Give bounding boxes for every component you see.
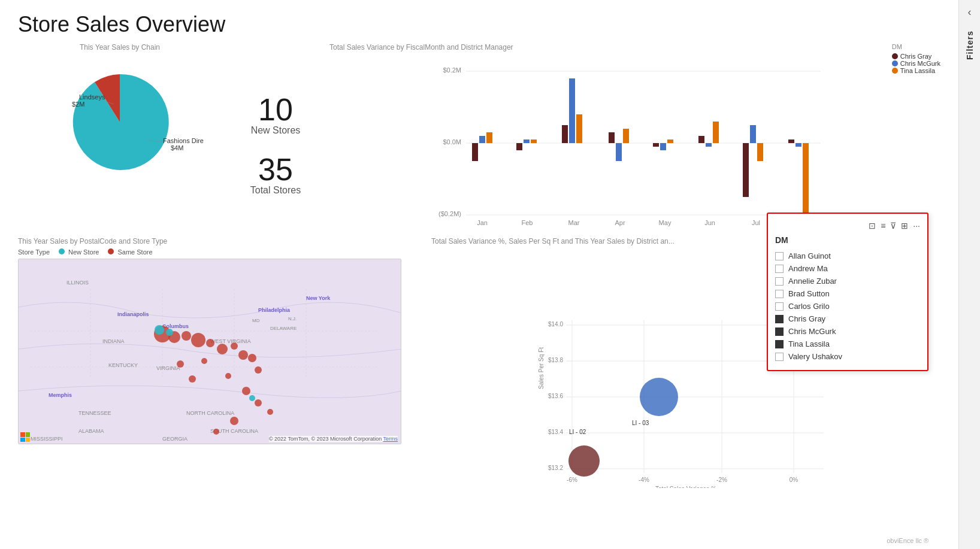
pie-svg: Lindseys $2M Fashions Direct $4M: [36, 56, 204, 176]
bar-aug-gray[interactable]: [788, 139, 794, 143]
label-carlos: Carlos Grilo: [788, 302, 830, 311]
map-dot-new-2[interactable]: [166, 329, 173, 336]
bar-jan-lassila[interactable]: [486, 132, 492, 143]
state-delaware: DELAWARE: [270, 326, 297, 331]
bar-jun-mcgurk[interactable]: [706, 143, 712, 147]
filter-item-carlos: Carlos Grilo: [775, 300, 920, 313]
list-icon[interactable]: ≡: [881, 221, 885, 230]
total-stores-number: 35: [250, 154, 301, 185]
resize-icon[interactable]: ⊡: [869, 221, 876, 230]
same-store-dot: [108, 248, 114, 254]
map-dot-8[interactable]: [238, 350, 248, 360]
map-dot-16[interactable]: [213, 429, 219, 435]
map-dot-3[interactable]: [182, 331, 191, 341]
bar-jun-lassila[interactable]: [713, 122, 719, 143]
bar-aug-lassila[interactable]: [803, 143, 809, 222]
scatter-y-label: Sales Per Sq Ft: [538, 347, 545, 389]
new-stores-number: 10: [251, 94, 301, 125]
pie-fashions-direct[interactable]: [73, 74, 169, 170]
x-tick-0: 0%: [790, 477, 798, 483]
terms-link[interactable]: Terms: [383, 436, 398, 442]
bar-jul-lassila[interactable]: [757, 143, 763, 161]
map-dot-11[interactable]: [225, 373, 231, 379]
bar-feb-lassila[interactable]: [531, 139, 537, 143]
bar-apr-gray[interactable]: [609, 132, 615, 143]
checkbox-annelie[interactable]: [775, 277, 784, 286]
bar-jan-mcgurk[interactable]: [479, 136, 485, 143]
y-tick-134: $13.4: [548, 429, 563, 435]
map-title: This Year Sales by PostalCode and Store …: [18, 237, 419, 245]
bar-chart-section: Total Sales Variance by FiscalMonth and …: [329, 43, 940, 228]
bar-jul-gray[interactable]: [743, 143, 749, 197]
state-kentucky: KENTUCKY: [108, 362, 138, 368]
same-store-legend: Same Store: [108, 248, 152, 256]
bubble-li03[interactable]: [640, 378, 678, 416]
checkbox-brad[interactable]: [775, 290, 784, 298]
bar-mar-lassila[interactable]: [576, 114, 582, 143]
state-virginia: VIRGINIA: [156, 365, 180, 371]
bubble-li03-label: LI - 03: [632, 420, 649, 426]
bar-jan-gray[interactable]: [472, 143, 478, 161]
label-annelie: Annelie Zubar: [788, 277, 837, 286]
bar-jun-gray[interactable]: [698, 136, 704, 143]
map-dot-10[interactable]: [255, 366, 262, 374]
bar-may-gray[interactable]: [653, 143, 659, 147]
map-dot-19[interactable]: [189, 375, 196, 383]
map-dot-15[interactable]: [230, 417, 238, 425]
bar-apr-lassila[interactable]: [623, 129, 629, 143]
map-dot-5[interactable]: [206, 339, 214, 347]
bar-feb-gray[interactable]: [516, 143, 522, 150]
bar-may-lassila[interactable]: [667, 139, 673, 143]
bar-jul-mcgurk[interactable]: [750, 125, 756, 143]
new-store-dot: [59, 248, 65, 254]
state-md: MD: [252, 318, 260, 323]
checkbox-chris-gray[interactable]: [775, 315, 784, 323]
city-memphis: Memphis: [49, 392, 72, 398]
map-dot-new-1[interactable]: [155, 325, 164, 335]
filter-item-brad: Brad Sutton: [775, 287, 920, 300]
map-dot-6[interactable]: [217, 344, 228, 354]
label-tina: Tina Lassila: [788, 339, 830, 348]
filter-icon-btn[interactable]: ⊽: [890, 221, 896, 230]
x-label-feb: Feb: [522, 219, 533, 226]
checkbox-carlos[interactable]: [775, 302, 784, 311]
bar-apr-mcgurk[interactable]: [616, 143, 622, 161]
bar-aug-mcgurk[interactable]: [796, 143, 801, 147]
checkbox-chris-mcgurk[interactable]: [775, 327, 784, 336]
back-icon[interactable]: ‹: [968, 6, 972, 19]
top-section: This Year Sales by Chain Lindseys $2M Fa…: [18, 43, 940, 228]
new-store-legend: New Store: [59, 248, 99, 256]
map-dot-7[interactable]: [231, 342, 238, 350]
svg-rect-2: [19, 259, 401, 444]
bar-feb-mcgurk[interactable]: [524, 139, 530, 143]
map-dot-4[interactable]: [191, 333, 205, 347]
map-section: This Year Sales by PostalCode and Store …: [18, 237, 419, 488]
map-container[interactable]: Indianapolis Columbus Philadelphia New Y…: [18, 259, 401, 444]
x-tick-n6: -6%: [567, 477, 577, 483]
map-dot-18[interactable]: [201, 358, 207, 364]
y-label-low: ($0.2M): [438, 210, 461, 217]
map-dot-17[interactable]: [177, 360, 184, 368]
map-dot-12[interactable]: [242, 387, 250, 395]
bar-may-mcgurk[interactable]: [660, 143, 666, 150]
checkbox-tina[interactable]: [775, 340, 784, 348]
filter-item-chris-mcgurk: Chris McGurk: [775, 325, 920, 338]
checkbox-andrew[interactable]: [775, 265, 784, 273]
checkbox-allan[interactable]: [775, 252, 784, 260]
bar-mar-mcgurk[interactable]: [569, 78, 575, 143]
map-dot-new-3[interactable]: [249, 395, 255, 401]
bubble-li02[interactable]: [568, 445, 600, 477]
state-indiana: INDIANA: [102, 338, 125, 344]
map-dot-14[interactable]: [267, 409, 273, 415]
y-label-mid: $0.0M: [443, 138, 461, 145]
state-alabama: ALABAMA: [78, 428, 104, 434]
map-dot-9[interactable]: [248, 354, 256, 362]
checkbox-valery[interactable]: [775, 353, 784, 361]
more-icon[interactable]: ···: [913, 221, 920, 230]
x-label-mar: Mar: [568, 219, 580, 226]
filters-label[interactable]: Filters: [965, 31, 975, 60]
lindseys-value: $2M: [72, 101, 84, 108]
bar-mar-gray[interactable]: [562, 125, 568, 143]
map-dot-13[interactable]: [255, 399, 262, 407]
expand-icon[interactable]: ⊞: [901, 221, 908, 230]
